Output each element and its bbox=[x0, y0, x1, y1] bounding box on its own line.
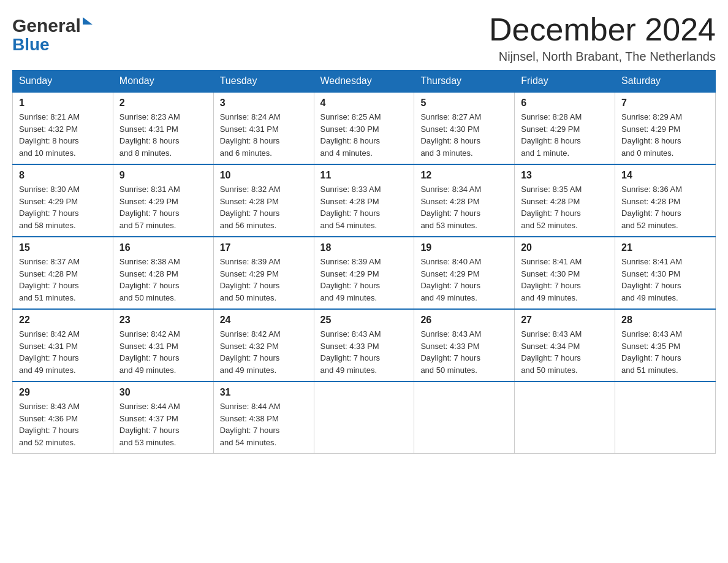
day-info: Sunrise: 8:35 AMSunset: 4:28 PMDaylight:… bbox=[521, 183, 609, 231]
calendar-day-cell: 31Sunrise: 8:44 AMSunset: 4:38 PMDayligh… bbox=[213, 381, 314, 454]
day-number: 8 bbox=[19, 170, 107, 181]
calendar-day-cell: 24Sunrise: 8:42 AMSunset: 4:32 PMDayligh… bbox=[213, 309, 314, 381]
calendar-week-row: 15Sunrise: 8:37 AMSunset: 4:28 PMDayligh… bbox=[13, 237, 716, 309]
calendar-week-row: 1Sunrise: 8:21 AMSunset: 4:32 PMDaylight… bbox=[13, 92, 716, 164]
day-number: 24 bbox=[220, 315, 308, 326]
logo-general-text: General bbox=[12, 15, 81, 36]
day-number: 2 bbox=[119, 98, 207, 109]
weekday-header-sunday: Sunday bbox=[13, 71, 113, 93]
day-info: Sunrise: 8:32 AMSunset: 4:28 PMDaylight:… bbox=[220, 183, 308, 231]
calendar-day-cell: 22Sunrise: 8:42 AMSunset: 4:31 PMDayligh… bbox=[13, 309, 113, 381]
calendar-day-cell: 5Sunrise: 8:27 AMSunset: 4:30 PMDaylight… bbox=[414, 92, 515, 164]
day-info: Sunrise: 8:34 AMSunset: 4:28 PMDaylight:… bbox=[420, 183, 508, 231]
calendar-day-cell: 9Sunrise: 8:31 AMSunset: 4:29 PMDaylight… bbox=[113, 164, 213, 237]
calendar-day-cell: 17Sunrise: 8:39 AMSunset: 4:29 PMDayligh… bbox=[213, 237, 314, 309]
day-info: Sunrise: 8:25 AMSunset: 4:30 PMDaylight:… bbox=[320, 111, 408, 159]
day-info: Sunrise: 8:42 AMSunset: 4:31 PMDaylight:… bbox=[119, 328, 207, 376]
day-info: Sunrise: 8:37 AMSunset: 4:28 PMDaylight:… bbox=[19, 256, 107, 304]
day-info: Sunrise: 8:39 AMSunset: 4:29 PMDaylight:… bbox=[220, 256, 308, 304]
calendar-day-cell: 23Sunrise: 8:42 AMSunset: 4:31 PMDayligh… bbox=[113, 309, 213, 381]
day-info: Sunrise: 8:44 AMSunset: 4:37 PMDaylight:… bbox=[119, 400, 207, 448]
location-subtitle: Nijnsel, North Brabant, The Netherlands bbox=[489, 50, 716, 64]
calendar-day-cell: 28Sunrise: 8:43 AMSunset: 4:35 PMDayligh… bbox=[615, 309, 716, 381]
empty-cell bbox=[515, 381, 615, 454]
calendar-week-row: 29Sunrise: 8:43 AMSunset: 4:36 PMDayligh… bbox=[13, 381, 716, 454]
month-year-title: December 2024 bbox=[489, 12, 716, 47]
day-number: 17 bbox=[220, 242, 308, 253]
calendar-day-cell: 3Sunrise: 8:24 AMSunset: 4:31 PMDaylight… bbox=[213, 92, 314, 164]
day-number: 31 bbox=[220, 387, 308, 398]
calendar-day-cell: 19Sunrise: 8:40 AMSunset: 4:29 PMDayligh… bbox=[414, 237, 515, 309]
weekday-header-friday: Friday bbox=[515, 71, 615, 93]
day-number: 21 bbox=[621, 242, 709, 253]
logo-arrow-icon bbox=[83, 17, 93, 25]
day-info: Sunrise: 8:38 AMSunset: 4:28 PMDaylight:… bbox=[119, 256, 207, 304]
empty-cell bbox=[615, 381, 716, 454]
day-number: 26 bbox=[420, 315, 508, 326]
day-info: Sunrise: 8:41 AMSunset: 4:30 PMDaylight:… bbox=[521, 256, 609, 304]
calendar-day-cell: 10Sunrise: 8:32 AMSunset: 4:28 PMDayligh… bbox=[213, 164, 314, 237]
calendar-day-cell: 20Sunrise: 8:41 AMSunset: 4:30 PMDayligh… bbox=[515, 237, 615, 309]
day-info: Sunrise: 8:27 AMSunset: 4:30 PMDaylight:… bbox=[420, 111, 508, 159]
calendar-day-cell: 13Sunrise: 8:35 AMSunset: 4:28 PMDayligh… bbox=[515, 164, 615, 237]
day-number: 20 bbox=[521, 242, 609, 253]
calendar-day-cell: 29Sunrise: 8:43 AMSunset: 4:36 PMDayligh… bbox=[13, 381, 113, 454]
day-info: Sunrise: 8:30 AMSunset: 4:29 PMDaylight:… bbox=[19, 183, 107, 231]
day-info: Sunrise: 8:42 AMSunset: 4:31 PMDaylight:… bbox=[19, 328, 107, 376]
empty-cell bbox=[414, 381, 515, 454]
weekday-header-saturday: Saturday bbox=[615, 71, 716, 93]
calendar-day-cell: 21Sunrise: 8:41 AMSunset: 4:30 PMDayligh… bbox=[615, 237, 716, 309]
day-info: Sunrise: 8:39 AMSunset: 4:29 PMDaylight:… bbox=[320, 256, 408, 304]
calendar-day-cell: 26Sunrise: 8:43 AMSunset: 4:33 PMDayligh… bbox=[414, 309, 515, 381]
day-number: 5 bbox=[420, 98, 508, 109]
day-number: 29 bbox=[19, 387, 107, 398]
day-number: 13 bbox=[521, 170, 609, 181]
weekday-header-row: SundayMondayTuesdayWednesdayThursdayFrid… bbox=[13, 71, 716, 93]
day-info: Sunrise: 8:43 AMSunset: 4:35 PMDaylight:… bbox=[621, 328, 709, 376]
day-info: Sunrise: 8:36 AMSunset: 4:28 PMDaylight:… bbox=[621, 183, 709, 231]
day-number: 30 bbox=[119, 387, 207, 398]
day-number: 1 bbox=[19, 98, 107, 109]
day-number: 22 bbox=[19, 315, 107, 326]
title-area: December 2024 Nijnsel, North Brabant, Th… bbox=[489, 12, 716, 64]
calendar-day-cell: 4Sunrise: 8:25 AMSunset: 4:30 PMDaylight… bbox=[314, 92, 414, 164]
calendar-day-cell: 6Sunrise: 8:28 AMSunset: 4:29 PMDaylight… bbox=[515, 92, 615, 164]
calendar-week-row: 22Sunrise: 8:42 AMSunset: 4:31 PMDayligh… bbox=[13, 309, 716, 381]
day-info: Sunrise: 8:43 AMSunset: 4:33 PMDaylight:… bbox=[320, 328, 408, 376]
calendar-day-cell: 30Sunrise: 8:44 AMSunset: 4:37 PMDayligh… bbox=[113, 381, 213, 454]
calendar-day-cell: 8Sunrise: 8:30 AMSunset: 4:29 PMDaylight… bbox=[13, 164, 113, 237]
calendar-day-cell: 15Sunrise: 8:37 AMSunset: 4:28 PMDayligh… bbox=[13, 237, 113, 309]
day-info: Sunrise: 8:21 AMSunset: 4:32 PMDaylight:… bbox=[19, 111, 107, 159]
day-number: 14 bbox=[621, 170, 709, 181]
day-info: Sunrise: 8:29 AMSunset: 4:29 PMDaylight:… bbox=[621, 111, 709, 159]
calendar-day-cell: 1Sunrise: 8:21 AMSunset: 4:32 PMDaylight… bbox=[13, 92, 113, 164]
day-info: Sunrise: 8:31 AMSunset: 4:29 PMDaylight:… bbox=[119, 183, 207, 231]
calendar-day-cell: 2Sunrise: 8:23 AMSunset: 4:31 PMDaylight… bbox=[113, 92, 213, 164]
day-info: Sunrise: 8:43 AMSunset: 4:33 PMDaylight:… bbox=[420, 328, 508, 376]
day-info: Sunrise: 8:43 AMSunset: 4:36 PMDaylight:… bbox=[19, 400, 107, 448]
calendar-day-cell: 14Sunrise: 8:36 AMSunset: 4:28 PMDayligh… bbox=[615, 164, 716, 237]
calendar-table: SundayMondayTuesdayWednesdayThursdayFrid… bbox=[12, 70, 716, 454]
day-number: 25 bbox=[320, 315, 408, 326]
weekday-header-tuesday: Tuesday bbox=[213, 71, 314, 93]
day-number: 12 bbox=[420, 170, 508, 181]
day-number: 27 bbox=[521, 315, 609, 326]
calendar-day-cell: 12Sunrise: 8:34 AMSunset: 4:28 PMDayligh… bbox=[414, 164, 515, 237]
calendar-week-row: 8Sunrise: 8:30 AMSunset: 4:29 PMDaylight… bbox=[13, 164, 716, 237]
day-number: 23 bbox=[119, 315, 207, 326]
day-number: 18 bbox=[320, 242, 408, 253]
day-info: Sunrise: 8:28 AMSunset: 4:29 PMDaylight:… bbox=[521, 111, 609, 159]
day-number: 19 bbox=[420, 242, 508, 253]
day-info: Sunrise: 8:44 AMSunset: 4:38 PMDaylight:… bbox=[220, 400, 308, 448]
day-number: 15 bbox=[19, 242, 107, 253]
calendar-day-cell: 18Sunrise: 8:39 AMSunset: 4:29 PMDayligh… bbox=[314, 237, 414, 309]
day-info: Sunrise: 8:42 AMSunset: 4:32 PMDaylight:… bbox=[220, 328, 308, 376]
calendar-day-cell: 11Sunrise: 8:33 AMSunset: 4:28 PMDayligh… bbox=[314, 164, 414, 237]
day-info: Sunrise: 8:43 AMSunset: 4:34 PMDaylight:… bbox=[521, 328, 609, 376]
calendar-day-cell: 27Sunrise: 8:43 AMSunset: 4:34 PMDayligh… bbox=[515, 309, 615, 381]
day-info: Sunrise: 8:24 AMSunset: 4:31 PMDaylight:… bbox=[220, 111, 308, 159]
day-number: 7 bbox=[621, 98, 709, 109]
calendar-day-cell: 7Sunrise: 8:29 AMSunset: 4:29 PMDaylight… bbox=[615, 92, 716, 164]
weekday-header-wednesday: Wednesday bbox=[314, 71, 414, 93]
day-number: 28 bbox=[621, 315, 709, 326]
